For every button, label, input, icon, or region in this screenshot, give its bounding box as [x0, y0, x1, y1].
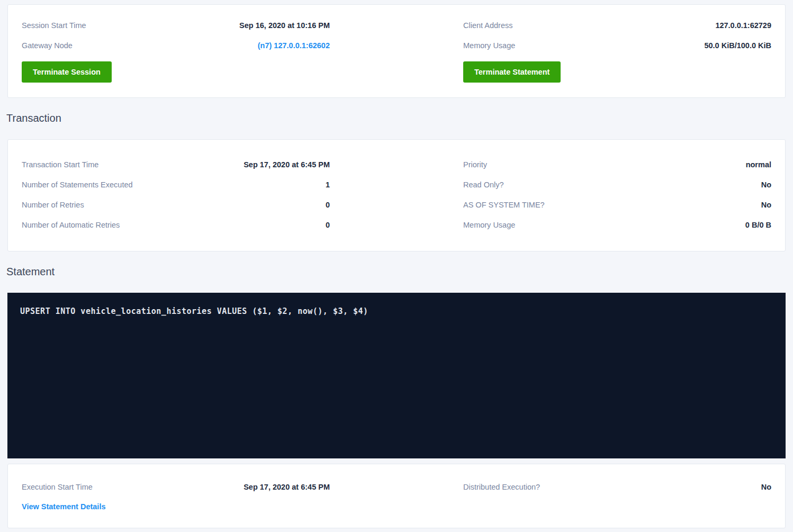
- session-overview-grid: Session Start Time Sep 16, 2020 at 10:16…: [8, 15, 785, 83]
- execution-left-column: Execution Start Time Sep 17, 2020 at 6:4…: [22, 477, 330, 516]
- as-of-system-time-value: No: [761, 201, 771, 209]
- gateway-node-row: Gateway Node (n7) 127.0.0.1:62602: [22, 35, 330, 56]
- execution-start-time-value: Sep 17, 2020 at 6:45 PM: [244, 483, 330, 491]
- automatic-retries-value: 0: [326, 221, 330, 229]
- execution-details-grid: Execution Start Time Sep 17, 2020 at 6:4…: [8, 477, 785, 516]
- execution-start-time-label: Execution Start Time: [22, 483, 93, 491]
- as-of-system-time-label: AS OF SYSTEM TIME?: [463, 201, 545, 209]
- transaction-memory-usage-row: Memory Usage 0 B/0 B: [463, 215, 771, 235]
- gateway-node-link[interactable]: (n7) 127.0.0.1:62602: [258, 41, 330, 50]
- statements-executed-label: Number of Statements Executed: [22, 181, 133, 189]
- terminate-statement-button[interactable]: Terminate Statement: [463, 61, 561, 83]
- terminate-session-button[interactable]: Terminate Session: [22, 61, 112, 83]
- retries-row: Number of Retries 0: [22, 195, 330, 215]
- distributed-execution-value: No: [761, 483, 771, 491]
- session-overview-right-column: Client Address 127.0.0.1:62729 Memory Us…: [463, 15, 771, 83]
- session-memory-usage-row: Memory Usage 50.0 KiB/100.0 KiB: [463, 35, 771, 56]
- priority-row: Priority normal: [463, 155, 771, 175]
- client-address-label: Client Address: [463, 21, 513, 30]
- session-memory-usage-label: Memory Usage: [463, 41, 515, 50]
- execution-details-card: Execution Start Time Sep 17, 2020 at 6:4…: [7, 464, 786, 528]
- session-start-time-row: Session Start Time Sep 16, 2020 at 10:16…: [22, 15, 330, 35]
- statements-executed-row: Number of Statements Executed 1: [22, 175, 330, 195]
- read-only-label: Read Only?: [463, 181, 504, 189]
- transaction-memory-usage-label: Memory Usage: [463, 221, 515, 229]
- session-overview-left-column: Session Start Time Sep 16, 2020 at 10:16…: [22, 15, 330, 83]
- read-only-value: No: [761, 181, 771, 189]
- transaction-right-column: Priority normal Read Only? No AS OF SYST…: [463, 155, 771, 235]
- transaction-grid: Transaction Start Time Sep 17, 2020 at 6…: [8, 155, 785, 235]
- execution-right-column: Distributed Execution? No: [463, 477, 771, 516]
- view-statement-details-link[interactable]: View Statement Details: [22, 502, 106, 511]
- as-of-system-time-row: AS OF SYSTEM TIME? No: [463, 195, 771, 215]
- transaction-start-time-row: Transaction Start Time Sep 17, 2020 at 6…: [22, 155, 330, 175]
- view-statement-details-row: View Statement Details: [22, 497, 330, 516]
- automatic-retries-label: Number of Automatic Retries: [22, 221, 120, 229]
- retries-value: 0: [326, 201, 330, 209]
- statement-section-heading: Statement: [6, 264, 793, 279]
- transaction-start-time-value: Sep 17, 2020 at 6:45 PM: [244, 160, 330, 169]
- client-address-value: 127.0.0.1:62729: [715, 21, 771, 30]
- execution-start-time-row: Execution Start Time Sep 17, 2020 at 6:4…: [22, 477, 330, 497]
- session-details-page: Session Start Time Sep 16, 2020 at 10:16…: [0, 0, 793, 528]
- session-start-time-label: Session Start Time: [22, 21, 86, 30]
- priority-value: normal: [746, 160, 771, 169]
- statements-executed-value: 1: [326, 181, 330, 189]
- distributed-execution-row: Distributed Execution? No: [463, 477, 771, 497]
- client-address-row: Client Address 127.0.0.1:62729: [463, 15, 771, 35]
- transaction-card: Transaction Start Time Sep 17, 2020 at 6…: [7, 139, 786, 251]
- priority-label: Priority: [463, 160, 487, 169]
- retries-label: Number of Retries: [22, 201, 84, 209]
- transaction-left-column: Transaction Start Time Sep 17, 2020 at 6…: [22, 155, 330, 235]
- distributed-execution-label: Distributed Execution?: [463, 483, 540, 491]
- transaction-start-time-label: Transaction Start Time: [22, 160, 98, 169]
- session-overview-card: Session Start Time Sep 16, 2020 at 10:16…: [7, 4, 786, 98]
- session-start-time-value: Sep 16, 2020 at 10:16 PM: [239, 21, 330, 30]
- transaction-memory-usage-value: 0 B/0 B: [745, 221, 771, 229]
- statement-sql-box: UPSERT INTO vehicle_location_histories V…: [7, 293, 786, 458]
- session-memory-usage-value: 50.0 KiB/100.0 KiB: [704, 41, 771, 50]
- transaction-section-heading: Transaction: [6, 111, 793, 125]
- gateway-node-label: Gateway Node: [22, 41, 73, 50]
- automatic-retries-row: Number of Automatic Retries 0: [22, 215, 330, 235]
- statement-sql-text: UPSERT INTO vehicle_location_histories V…: [20, 306, 368, 316]
- read-only-row: Read Only? No: [463, 175, 771, 195]
